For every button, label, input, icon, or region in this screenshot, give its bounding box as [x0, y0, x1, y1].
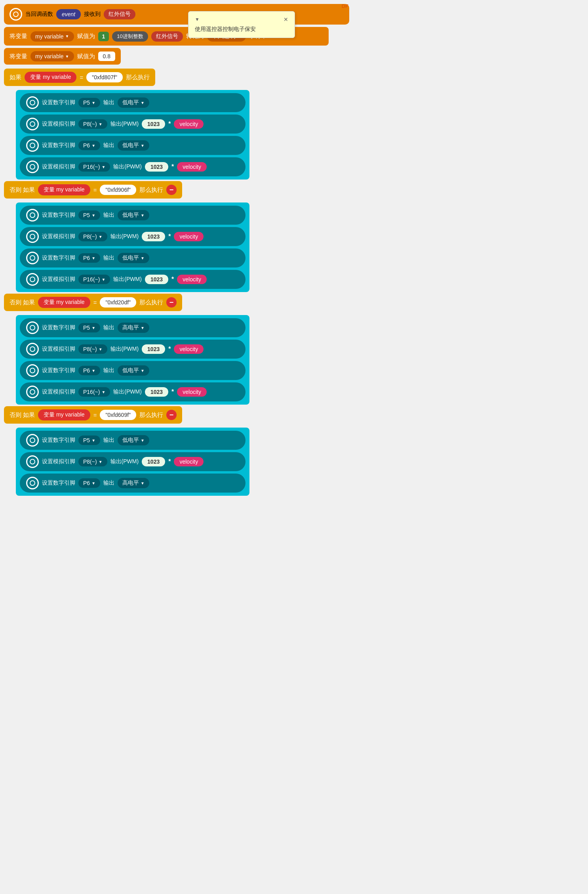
- digital-row-1-3: 设置数字引脚 P6▼ 输出 低电平▼: [20, 136, 245, 155]
- analog-icon-1-4: [26, 160, 39, 173]
- nested-block-3: 设置数字引脚 P5▼ 输出 高电平▼ 设置模拟引脚 P8(~)▼ 输出(PWM)…: [16, 315, 249, 405]
- digital-row-2-3: 设置数字引脚 P6▼ 输出 低电平▼: [20, 248, 245, 267]
- pin-p6-3[interactable]: P6▼: [78, 366, 100, 375]
- ir-decimal-pill[interactable]: 10进制整数: [112, 31, 148, 42]
- pin-p5-1[interactable]: P5▼: [78, 98, 100, 107]
- receive-label: 接收到: [84, 11, 101, 18]
- tooltip-close-button[interactable]: ✕: [284, 16, 288, 23]
- assign08-var-dropdown[interactable]: my variable ▼: [30, 51, 74, 61]
- num-1023-3-4: 1023: [145, 387, 168, 397]
- ir-assign-label2: 赋值为: [77, 32, 95, 40]
- pin-p6-4[interactable]: P6▼: [78, 478, 100, 488]
- assign08-label1: 将变量: [10, 53, 27, 60]
- analog-icon-1-2: [26, 118, 39, 130]
- minus-circle-4[interactable]: −: [166, 410, 177, 420]
- nested-block-4: 设置数字引脚 P5▼ 输出 低电平▼ 设置模拟引脚 P8(~)▼ 输出(PWM)…: [16, 428, 249, 496]
- elseif-val-2: "0xfd906f": [100, 185, 136, 195]
- digital-icon-2-3: [26, 252, 39, 264]
- analog-row-4-2: 设置模拟引脚 P8(~)▼ 输出(PWM) 1023 * velocity: [20, 452, 245, 471]
- ir-signal-btn[interactable]: 红外信号: [104, 9, 135, 19]
- elseif-eq-4: =: [93, 412, 97, 418]
- elseif-var-3: 变量 my variable: [38, 297, 90, 308]
- velocity-2-2: velocity: [174, 232, 204, 241]
- velocity-4-2: velocity: [174, 457, 204, 466]
- callback-label: 当回调函数: [25, 11, 53, 18]
- num-1023-2-4: 1023: [145, 275, 168, 284]
- level-low-4-1[interactable]: 低电平▼: [118, 435, 149, 445]
- elseif-execute-2: 那么执行: [139, 186, 163, 194]
- level-high-4-3[interactable]: 高电平▼: [118, 478, 149, 488]
- digital-icon-1-3: [26, 139, 39, 152]
- elseif-execute-3: 那么执行: [139, 299, 163, 306]
- digital-icon-1-1: [26, 96, 39, 109]
- elseif-val-3: "0xfd20df": [100, 297, 136, 308]
- pin-p16-1[interactable]: P16(~)▼: [78, 162, 110, 172]
- pin-p8-2[interactable]: P8(~)▼: [78, 232, 107, 241]
- level-low-2-3[interactable]: 低电平▼: [118, 253, 149, 263]
- df-label: DF: [342, 3, 348, 9]
- num-1023-1-2: 1023: [142, 119, 165, 129]
- elseif-prefix-4: 否则 如果: [10, 411, 35, 419]
- analog-icon-4-2: [26, 455, 39, 468]
- pin-p5-2[interactable]: P5▼: [78, 210, 100, 220]
- elseif-block-2: 否则 如果 变量 my variable = "0xfd906f" 那么执行 −: [4, 181, 182, 199]
- elseif-eq-3: =: [93, 299, 97, 306]
- pin-p6-1[interactable]: P6▼: [78, 141, 100, 150]
- pin-p16-2[interactable]: P16(~)▼: [78, 275, 110, 284]
- assign08-value: 0.8: [98, 52, 115, 61]
- ir-var-dropdown[interactable]: my variable ▼: [30, 31, 74, 42]
- elseif-var-4: 变量 my variable: [38, 409, 90, 420]
- digital-row-2-1: 设置数字引脚 P5▼ 输出 低电平▼: [20, 206, 245, 225]
- analog-row-1-4: 设置模拟引脚 P16(~)▼ 输出(PWM) 1023 * velocity: [20, 157, 245, 176]
- pin-p8-1[interactable]: P8(~)▼: [78, 119, 107, 129]
- analog-icon-2-2: [26, 230, 39, 243]
- level-low-1-3[interactable]: 低电平▼: [118, 140, 149, 151]
- event-pill[interactable]: event: [56, 9, 81, 19]
- pin-p16-3[interactable]: P16(~)▼: [78, 387, 110, 397]
- elseif-execute-4: 那么执行: [139, 411, 163, 419]
- digital-row-4-1: 设置数字引脚 P5▼ 输出 低电平▼: [20, 431, 245, 450]
- assign-08-block: 将变量 my variable ▼ 赋值为 0.8: [4, 48, 121, 65]
- elseif-prefix-2: 否则 如果: [10, 186, 35, 194]
- elseif-var-2: 变量 my variable: [38, 184, 90, 195]
- minus-circle-2[interactable]: −: [166, 185, 177, 195]
- num-1023-2-2: 1023: [142, 232, 165, 241]
- callback-block: 当回调函数 event 接收到 红外信号: [4, 4, 349, 25]
- if-block-1: 如果 变量 my variable = "0xfd807f" 那么执行: [4, 69, 155, 86]
- elseif-block-4: 否则 如果 变量 my variable = "0xfd609f" 那么执行 −: [4, 406, 182, 424]
- ir-num-block: 1: [98, 32, 109, 41]
- num-1023-4-2: 1023: [142, 457, 165, 466]
- pin-p5-3[interactable]: P5▼: [78, 323, 100, 332]
- ir-signal-btn2[interactable]: 红外信号: [151, 31, 183, 42]
- pin-p8-3[interactable]: P8(~)▼: [78, 344, 107, 354]
- digital-row-3-3: 设置数字引脚 P6▼ 输出 低电平▼: [20, 361, 245, 380]
- analog-icon-3-2: [26, 343, 39, 355]
- elseif-eq-2: =: [93, 187, 97, 193]
- pin-p5-4[interactable]: P5▼: [78, 436, 100, 445]
- nested-block-1: 设置数字引脚 P5▼ 输出 低电平▼ 设置模拟引脚 P8(~)▼ 输出(PWM)…: [16, 90, 249, 180]
- digital-row-1-1: 设置数字引脚 P5▼ 输出 低电平▼: [20, 93, 245, 112]
- velocity-2-4: velocity: [177, 275, 207, 284]
- analog-row-3-2: 设置模拟引脚 P8(~)▼ 输出(PWM) 1023 * velocity: [20, 340, 245, 359]
- if-prefix-1: 如果: [10, 74, 21, 81]
- if-var-1: 变量 my variable: [25, 72, 76, 83]
- pin-p8-4[interactable]: P8(~)▼: [78, 457, 107, 466]
- analog-row-3-4: 设置模拟引脚 P16(~)▼ 输出(PWM) 1023 * velocity: [20, 382, 245, 401]
- velocity-1-2: velocity: [174, 119, 204, 129]
- assign08-label2: 赋值为: [77, 53, 95, 60]
- if-val-1: "0xfd807f": [86, 72, 123, 82]
- analog-row-1-2: 设置模拟引脚 P8(~)▼ 输出(PWM) 1023 * velocity: [20, 115, 245, 134]
- level-low-1-1[interactable]: 低电平▼: [118, 97, 149, 108]
- multiply-1-4: *: [171, 163, 174, 170]
- minus-circle-3[interactable]: −: [166, 297, 177, 308]
- level-high-3-1[interactable]: 高电平▼: [118, 323, 149, 333]
- elseif-prefix-3: 否则 如果: [10, 299, 35, 306]
- level-low-3-3[interactable]: 低电平▼: [118, 365, 149, 376]
- digital-icon-4-3: [26, 477, 39, 489]
- tooltip-arrow-icon: ▼: [195, 17, 200, 22]
- digital-icon-3-3: [26, 364, 39, 377]
- pin-p6-2[interactable]: P6▼: [78, 253, 100, 263]
- velocity-1-4: velocity: [177, 162, 207, 172]
- level-low-2-1[interactable]: 低电平▼: [118, 210, 149, 220]
- digital-row-4-3: 设置数字引脚 P6▼ 输出 高电平▼: [20, 474, 245, 493]
